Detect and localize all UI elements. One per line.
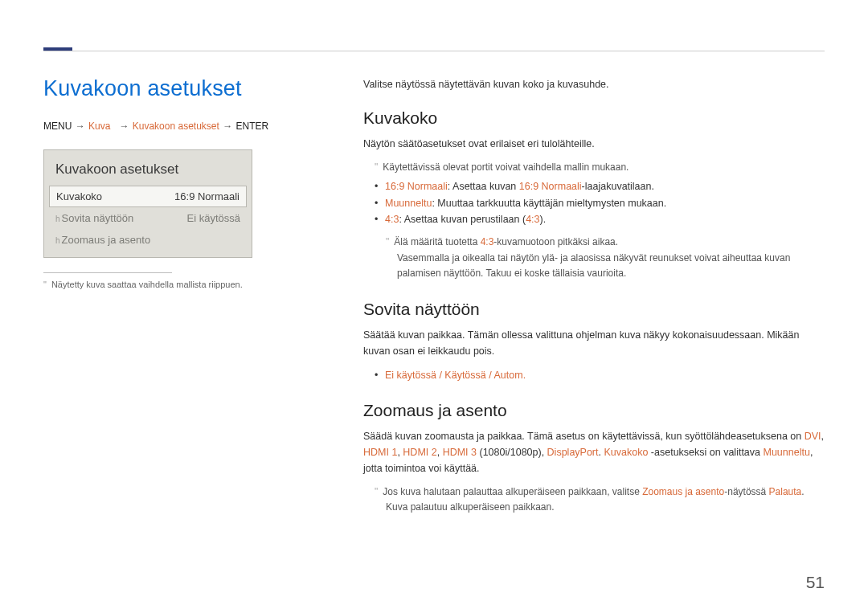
breadcrumb-menu: MENU <box>43 121 72 132</box>
list-item: Ei käytössä / Käytössä / Autom. <box>375 367 825 384</box>
footnote: "Näytetty kuva saattaa vaihdella mallist… <box>43 278 301 292</box>
breadcrumb-kuvakoon: Kuvakoon asetukset <box>133 121 219 132</box>
bullet-list: 16:9 Normaali: Asettaa kuvan 16:9 Normaa… <box>363 178 825 228</box>
right-column: Valitse näytössä näytettävän kuvan koko … <box>363 76 825 519</box>
section-heading-sovita: Sovita näyttöön <box>363 300 825 319</box>
panel-row-value: Ei käytössä <box>187 212 240 224</box>
page-number: 51 <box>806 573 825 592</box>
sub-note-cont: Vasemmalla ja oikealla tai näytön ylä- j… <box>363 251 825 281</box>
header-rule <box>43 51 825 51</box>
intro-text: Valitse näytössä näytettävän kuvan koko … <box>363 76 825 92</box>
settings-panel: Kuvakoon asetukset Kuvakoko 16:9 Normaal… <box>43 149 252 258</box>
arrow-icon: → <box>222 121 233 132</box>
section-text: Näytön säätöasetukset ovat erilaiset eri… <box>363 136 825 152</box>
page-title: Kuvakoon asetukset <box>43 76 301 101</box>
left-column: Kuvakoon asetukset MENU → Kuva → Kuvakoo… <box>43 76 301 519</box>
sub-note: "Älä määritä tuotetta 4:3-kuvamuotoon pi… <box>363 235 825 250</box>
list-item: 4:3: Asettaa kuvan perustilaan (4:3). <box>375 211 825 228</box>
section-text: Säätää kuvan paikkaa. Tämän ollessa vali… <box>363 327 825 359</box>
panel-row-label: Kuvakoko <box>56 190 102 202</box>
section-heading-zoomaus: Zoomaus ja asento <box>363 401 825 420</box>
panel-row-value: 16:9 Normaali <box>174 190 240 202</box>
arrow-icon: → <box>75 121 86 132</box>
breadcrumb-kuva: Kuva <box>88 121 110 132</box>
section-heading-kuvakoko: Kuvakoko <box>363 108 825 128</box>
footnote-divider <box>43 272 172 273</box>
note-line: "Jos kuva halutaan palauttaa alkuperäise… <box>363 484 825 515</box>
note-line: "Käytettävissä olevat portit voivat vaih… <box>363 160 825 175</box>
panel-row-kuvakoko[interactable]: Kuvakoko 16:9 Normaali <box>49 186 247 207</box>
panel-row-zoomaus[interactable]: hZoomaus ja asento <box>44 229 252 251</box>
breadcrumb: MENU → Kuva → Kuvakoon asetukset → ENTER <box>43 121 301 132</box>
panel-heading: Kuvakoon asetukset <box>44 161 252 186</box>
breadcrumb-enter: ENTER <box>236 121 269 132</box>
bullet-list: Ei käytössä / Käytössä / Autom. <box>363 367 825 384</box>
panel-row-label: hSovita näyttöön <box>55 212 133 224</box>
section-text: Säädä kuvan zoomausta ja paikkaa. Tämä a… <box>363 428 825 476</box>
page-content: Kuvakoon asetukset MENU → Kuva → Kuvakoo… <box>0 0 868 519</box>
panel-row-sovita[interactable]: hSovita näyttöön Ei käytössä <box>44 207 252 229</box>
list-item: Muunneltu: Muuttaa tarkkuutta käyttäjän … <box>375 195 825 212</box>
arrow-icon: → <box>118 121 129 132</box>
list-item: 16:9 Normaali: Asettaa kuvan 16:9 Normaa… <box>375 178 825 195</box>
panel-row-label: hZoomaus ja asento <box>55 234 150 246</box>
